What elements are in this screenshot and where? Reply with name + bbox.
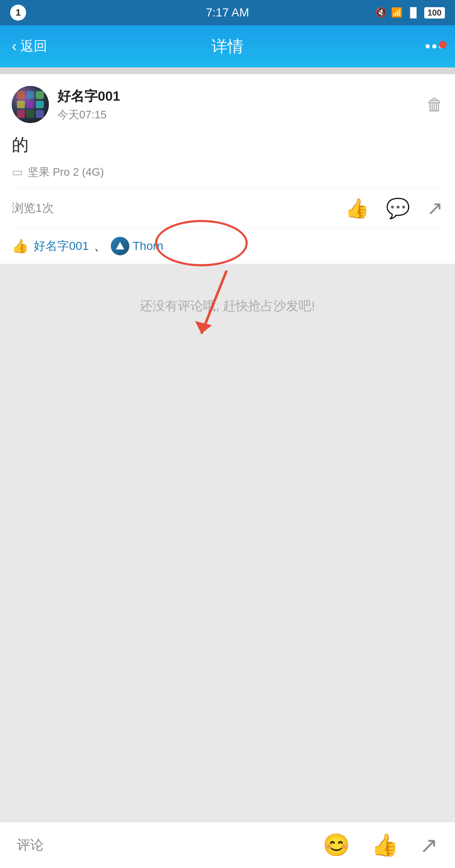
post-time: 今天07:15	[57, 107, 120, 122]
status-bar: 1 7:17 AM 🔇 📶 ▐▌ 100	[0, 0, 455, 25]
action-buttons: 👍 💬 ↗	[345, 197, 443, 220]
bottom-bar: 评论 😊 👍 ↗	[0, 822, 455, 868]
page-title: 详情	[211, 36, 244, 57]
top-divider	[0, 67, 455, 74]
back-button[interactable]: ‹ 返回	[12, 37, 47, 56]
bottom-share-icon[interactable]: ↗	[420, 833, 438, 858]
like-button[interactable]: 👍	[345, 197, 369, 220]
bottom-comment-button[interactable]: 评论	[17, 836, 44, 855]
more-button[interactable]	[426, 44, 443, 48]
thorn-avatar[interactable]	[111, 237, 129, 255]
mute-icon: 🔇	[375, 7, 387, 18]
view-count: 浏览1次	[12, 200, 54, 216]
likes-thumb-icon: 👍	[12, 238, 29, 254]
comment-empty-text: 还没有评论哦, 赶快抢占沙发吧!	[140, 297, 315, 315]
bottom-like-icon[interactable]: 👍	[371, 832, 399, 858]
share-button[interactable]: ↗	[427, 197, 443, 220]
more-dot-1	[426, 44, 430, 48]
signal2-icon: ▐▌	[407, 7, 420, 18]
author-avatar[interactable]	[12, 86, 49, 123]
notification-red-dot	[439, 41, 447, 48]
chevron-left-icon: ‹	[12, 38, 17, 55]
comment-empty-area: 还没有评论哦, 赶快抢占沙发吧!	[0, 264, 455, 727]
comment-button[interactable]: 💬	[386, 197, 410, 220]
post-content: 的	[12, 133, 443, 156]
svg-marker-0	[116, 242, 124, 249]
author-name: 好名字001	[57, 87, 120, 106]
device-label: 坚果 Pro 2 (4G)	[28, 165, 104, 179]
signal-icon: 📶	[391, 7, 402, 18]
post-card: 好名字001 今天07:15 🗑 的 ▭ 坚果 Pro 2 (4G) 浏览1次 …	[0, 74, 455, 264]
bottom-emoji-icon[interactable]: 😊	[323, 832, 350, 858]
status-time: 7:17 AM	[206, 6, 249, 19]
liker-name-thorn[interactable]: Thorn	[133, 239, 163, 253]
liker-name-a[interactable]: 好名字001	[34, 238, 89, 254]
delete-button[interactable]: 🗑	[426, 95, 443, 114]
author-row: 好名字001 今天07:15 🗑	[12, 86, 443, 123]
post-device: ▭ 坚果 Pro 2 (4G)	[12, 165, 443, 179]
notification-badge: 1	[10, 5, 26, 21]
back-label: 返回	[20, 37, 47, 56]
status-icons: 🔇 📶 ▐▌ 100	[375, 7, 445, 19]
bottom-action-icons: 😊 👍 ↗	[323, 832, 438, 858]
device-icon: ▭	[12, 165, 23, 179]
liker-separator: 、	[94, 238, 106, 254]
nav-bar: ‹ 返回 详情	[0, 25, 455, 67]
battery-indicator: 100	[424, 7, 445, 19]
liker-item-thorn: Thorn	[111, 237, 163, 255]
likes-row: 👍 好名字001 、 Thorn	[12, 228, 443, 264]
more-dot-2	[432, 44, 436, 48]
stats-row: 浏览1次 👍 💬 ↗	[12, 188, 443, 228]
